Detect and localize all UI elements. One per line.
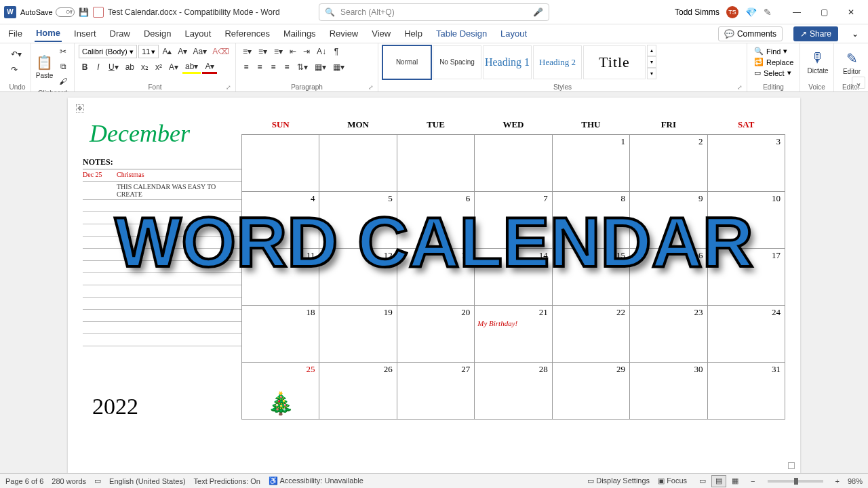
note-row[interactable] bbox=[83, 237, 241, 249]
font-size-combo[interactable]: 11▾ bbox=[138, 45, 159, 58]
calendar-cell[interactable]: 26 bbox=[319, 363, 397, 420]
document-area[interactable]: ✥ December NOTES: Dec 25 Christmas THIS … bbox=[0, 92, 868, 473]
clear-format-button[interactable]: A⌫ bbox=[210, 45, 231, 58]
month-title[interactable]: December bbox=[83, 117, 241, 156]
find-button[interactable]: 🔍Find▾ bbox=[751, 46, 795, 56]
line-spacing-button[interactable]: ⇅▾ bbox=[294, 60, 311, 74]
read-mode-button[interactable]: ▭ bbox=[695, 475, 710, 487]
comments-button[interactable]: 💬 Comments bbox=[718, 26, 783, 41]
tab-insert[interactable]: Insert bbox=[73, 26, 98, 41]
calendar-cell[interactable] bbox=[475, 135, 552, 192]
copy-button[interactable]: ⧉ bbox=[56, 60, 70, 73]
dictate-button[interactable]: 🎙 Dictate bbox=[804, 45, 831, 80]
accessibility-status[interactable]: ♿ Accessibility: Unavailable bbox=[269, 476, 363, 485]
note-row[interactable]: Dec 25 Christmas bbox=[83, 169, 241, 182]
style-gallery-nav[interactable]: ▴▾▾ bbox=[647, 45, 656, 79]
tab-help[interactable]: Help bbox=[403, 26, 424, 41]
note-row[interactable] bbox=[83, 310, 241, 322]
calendar-cell[interactable]: 2 bbox=[630, 135, 707, 192]
calendar-cell[interactable]: 31 bbox=[707, 363, 785, 420]
calendar-cell[interactable]: 9 bbox=[630, 192, 707, 249]
cut-button[interactable]: ✂ bbox=[56, 45, 70, 58]
style-normal[interactable]: Normal bbox=[382, 45, 431, 79]
ribbon-options-icon[interactable]: ⌄ bbox=[849, 29, 861, 39]
note-row[interactable]: THIS CALENDAR WAS EASY TO CREATE bbox=[83, 182, 241, 200]
zoom-slider[interactable] bbox=[768, 480, 823, 483]
calendar-cell[interactable]: 6 bbox=[397, 192, 474, 249]
tab-design[interactable]: Design bbox=[142, 26, 172, 41]
page-status[interactable]: Page 6 of 6 bbox=[5, 477, 43, 485]
mic-icon[interactable]: 🎤 bbox=[533, 7, 543, 17]
collapse-ribbon-icon[interactable]: ⌄ bbox=[852, 77, 865, 89]
share-button[interactable]: ↗ Share bbox=[793, 26, 838, 41]
note-row[interactable] bbox=[83, 200, 241, 212]
note-row[interactable] bbox=[83, 249, 241, 261]
text-effects-button[interactable]: A▾ bbox=[166, 60, 181, 74]
calendar-cell[interactable]: 23 bbox=[630, 306, 707, 363]
calendar-cell[interactable]: 1 bbox=[552, 135, 629, 192]
calendar-cell[interactable]: 30 bbox=[630, 363, 707, 420]
style-heading2[interactable]: Heading 2 bbox=[533, 45, 582, 79]
calendar-cell[interactable]: 19 bbox=[319, 306, 397, 363]
calendar-cell[interactable]: 17 bbox=[707, 249, 785, 306]
show-marks-button[interactable]: ¶ bbox=[330, 45, 342, 58]
paste-button[interactable]: 📋 Paste bbox=[35, 49, 54, 84]
paragraph-launcher-icon[interactable]: ⤢ bbox=[368, 84, 374, 91]
user-name[interactable]: Todd Simms bbox=[675, 7, 719, 17]
multilevel-button[interactable]: ≡▾ bbox=[271, 45, 285, 58]
font-launcher-icon[interactable]: ⤢ bbox=[226, 84, 231, 91]
tab-file[interactable]: File bbox=[7, 26, 24, 41]
calendar-cell[interactable]: 13 bbox=[397, 249, 474, 306]
minimize-button[interactable]: — bbox=[784, 3, 810, 22]
zoom-out-button[interactable]: − bbox=[751, 477, 755, 485]
search-input[interactable]: 🔍 Search (Alt+Q) 🎤 bbox=[319, 3, 549, 21]
save-icon[interactable]: 💾 bbox=[79, 7, 89, 17]
change-case-button[interactable]: Aa▾ bbox=[191, 45, 210, 58]
calendar-cell[interactable]: 4 bbox=[242, 192, 319, 249]
calendar-cell[interactable]: 16 bbox=[630, 249, 707, 306]
subscript-button[interactable]: x₂ bbox=[138, 60, 151, 74]
note-row[interactable] bbox=[83, 285, 241, 298]
style-nospacing[interactable]: No Spacing bbox=[433, 45, 481, 79]
highlight-button[interactable]: ab▾ bbox=[182, 60, 201, 74]
web-layout-button[interactable]: ▦ bbox=[728, 475, 743, 487]
tab-draw[interactable]: Draw bbox=[108, 26, 132, 41]
italic-button[interactable]: I bbox=[92, 60, 104, 74]
calendar-cell[interactable]: 15 bbox=[552, 249, 629, 306]
calendar-cell[interactable]: 28 bbox=[475, 363, 552, 420]
autosave-toggle[interactable]: AutoSave Off bbox=[20, 7, 75, 17]
print-layout-button[interactable]: ▤ bbox=[711, 475, 726, 487]
calendar-cell[interactable]: 29 bbox=[552, 363, 629, 420]
justify-button[interactable]: ≡ bbox=[281, 60, 293, 74]
zoom-level[interactable]: 98% bbox=[848, 477, 863, 485]
calendar-cell[interactable]: 3 bbox=[707, 135, 785, 192]
page[interactable]: ✥ December NOTES: Dec 25 Christmas THIS … bbox=[68, 98, 800, 473]
tab-review[interactable]: Review bbox=[328, 26, 360, 41]
dec-indent-button[interactable]: ⇤ bbox=[287, 45, 299, 58]
note-row[interactable] bbox=[83, 261, 241, 273]
select-button[interactable]: ▭Select▾ bbox=[751, 68, 795, 78]
font-name-combo[interactable]: Calibri (Body)▾ bbox=[79, 45, 137, 58]
align-right-button[interactable]: ≡ bbox=[267, 60, 279, 74]
predictions-status[interactable]: Text Predictions: On bbox=[194, 477, 260, 485]
calendar-cell[interactable]: 22 bbox=[552, 306, 629, 363]
grow-font-button[interactable]: A▴ bbox=[160, 45, 174, 58]
tab-table-design[interactable]: Table Design bbox=[435, 26, 488, 41]
editor-button[interactable]: ✎ Editor bbox=[838, 45, 865, 80]
tab-view[interactable]: View bbox=[370, 26, 392, 41]
calendar-cell[interactable]: 24 bbox=[707, 306, 785, 363]
bold-button[interactable]: B bbox=[79, 60, 91, 74]
tab-layout[interactable]: Layout bbox=[183, 26, 212, 41]
table-move-handle-icon[interactable]: ✥ bbox=[76, 104, 84, 113]
calendar-cell[interactable]: 7 bbox=[475, 192, 552, 249]
focus-mode[interactable]: ▣ Focus bbox=[658, 476, 687, 485]
borders-button[interactable]: ▦▾ bbox=[330, 60, 347, 74]
calendar-cell[interactable]: 5 bbox=[319, 192, 397, 249]
tab-home[interactable]: Home bbox=[35, 25, 62, 42]
calendar-cell[interactable]: 12 bbox=[319, 249, 397, 306]
note-row[interactable] bbox=[83, 212, 241, 224]
numbering-button[interactable]: ≡▾ bbox=[256, 45, 270, 58]
notes-header[interactable]: NOTES: bbox=[83, 156, 241, 169]
note-row[interactable] bbox=[83, 224, 241, 237]
maximize-button[interactable]: ▢ bbox=[811, 3, 837, 22]
